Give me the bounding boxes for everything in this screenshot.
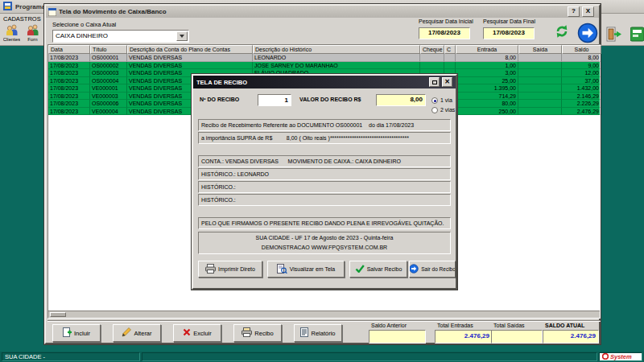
table-cell: 80,00 — [456, 100, 518, 108]
column-header[interactable]: Título — [90, 45, 127, 54]
help-button[interactable]: ? — [568, 6, 580, 17]
total-saidas-field — [491, 330, 543, 343]
divider — [47, 320, 601, 322]
table-cell: VE000003 — [90, 93, 127, 101]
button-label: Relatório — [311, 330, 335, 337]
saldo-atual-field: 2.476,29 — [543, 330, 599, 343]
column-header[interactable]: Descrição da Conta do Plano de Contas — [127, 45, 253, 54]
delete-x-icon — [183, 328, 191, 338]
numero-recibo-label: Nº DO RECIBO — [200, 97, 239, 102]
toolbar-fornecedores-button[interactable]: Forn — [23, 24, 43, 46]
table-cell: 12,00 — [562, 69, 601, 77]
total-entradas-label: Total Entradas — [437, 323, 473, 328]
button-label: Visualizar em Tela — [290, 266, 336, 272]
horizontal-scrollbar[interactable] — [48, 311, 600, 318]
column-header[interactable]: Entrada — [456, 45, 518, 54]
table-cell: 17/08/2023 — [48, 77, 90, 85]
date-end-field[interactable]: 17/08/2023 — [483, 27, 535, 39]
column-header[interactable]: Descrição do Histórico — [253, 45, 420, 54]
date-start-label: Pesquisar Data Inicial — [419, 19, 473, 24]
chevron-down-icon[interactable] — [176, 31, 188, 41]
table-cell: VENDAS DIVERSAS — [127, 62, 253, 70]
column-header[interactable]: Saldo — [562, 45, 601, 54]
relatorio-button[interactable]: Relatório — [294, 324, 342, 342]
visualizar-tela-button[interactable]: Visualizar em Tela — [267, 261, 345, 278]
button-label: Sair do Recibo — [421, 266, 456, 272]
recibo-documento-line: Recibo de Recebimento Referente ao DOCUM… — [198, 119, 451, 131]
recibo-historico-line-1: HISTÓRICO.: LEONARDO — [198, 168, 451, 180]
column-header[interactable]: C — [444, 45, 456, 54]
recibo-dialog: TELA DE RECIBO ✕ Nº DO RECIBO 1 VALOR DO… — [192, 74, 457, 290]
table-row[interactable]: 17/08/2023OS000001VENDAS DIVERSASLEONARD… — [48, 54, 600, 62]
dialog-close-button[interactable]: ✕ — [442, 77, 452, 87]
table-cell — [420, 54, 444, 62]
table-cell: 17/08/2023 — [48, 54, 90, 62]
sair-recibo-button[interactable]: Sair do Recibo — [409, 261, 456, 278]
toolbar-clientes-button[interactable]: Clientes — [2, 24, 22, 46]
imprimir-direto-button[interactable]: Imprimir Direto — [198, 261, 262, 278]
table-cell — [518, 77, 562, 85]
table-cell — [518, 62, 562, 70]
table-cell: VE000001 — [90, 84, 127, 93]
column-header[interactable]: Data — [48, 45, 90, 54]
dialog-titlebar[interactable]: TELA DE RECIBO ✕ — [193, 76, 456, 88]
refresh-button[interactable] — [552, 23, 572, 43]
salvar-recibo-button[interactable]: Salvar Recibo — [349, 261, 407, 278]
date-start-field[interactable]: 17/08/2023 — [419, 27, 470, 39]
table-cell: OS000006 — [90, 100, 127, 108]
app-title: Programa — [15, 3, 45, 10]
button-label: Imprimir Direto — [218, 266, 255, 272]
table-cell: 2.476,29 — [562, 108, 601, 116]
table-cell: 17/08/2023 — [48, 62, 90, 70]
search-go-button[interactable] — [577, 23, 598, 43]
alterar-button[interactable]: Alterar — [113, 324, 161, 342]
report-icon — [300, 327, 308, 339]
dialog-title: TELA DE RECIBO — [196, 79, 427, 86]
column-header[interactable]: Cheque — [420, 45, 444, 54]
window-titlebar[interactable]: Tela do Movimento de Caixa/Banco — [46, 6, 599, 18]
scrollbar-thumb[interactable] — [50, 312, 66, 317]
restore-icon[interactable] — [429, 77, 440, 87]
fpqsystem-logo: System — [599, 352, 642, 361]
exit-door-icon — [605, 31, 622, 45]
statusbar: SUA CIDADE - System — [0, 352, 644, 362]
table-cell — [518, 108, 562, 116]
table-cell — [420, 62, 444, 70]
receipt-printer-icon — [242, 327, 252, 339]
close-button[interactable]: X — [582, 6, 594, 17]
table-cell: 3,00 — [456, 69, 518, 77]
valor-recibo-input[interactable]: 8,00 — [376, 94, 426, 106]
column-header[interactable]: Saída — [518, 45, 562, 54]
recibo-conta-line: CONTA.: VENDAS DIVERSAS MOVIMENTO DE CAI… — [198, 155, 451, 167]
recibo-button[interactable]: Recibo — [233, 324, 282, 342]
numero-recibo-input[interactable]: 1 — [258, 94, 291, 106]
table-cell: 1,00 — [456, 62, 518, 70]
toolbar-icon — [630, 31, 644, 45]
clients-icon — [6, 24, 19, 37]
suppliers-icon — [27, 24, 39, 37]
table-cell: 1.395,00 — [456, 84, 518, 93]
recibo-demo-line: DEMONSTRACAO WWW.FPQSYSTEM.COM.BR — [199, 243, 450, 253]
excluir-button[interactable]: Excluir — [173, 324, 221, 342]
radio-icon[interactable] — [431, 107, 438, 113]
vias-radio-2[interactable]: 2 vias — [431, 102, 455, 117]
refresh-icon — [554, 23, 570, 43]
valor-recibo-label: VALOR DO RECIBO R$ — [299, 97, 361, 102]
saldo-anterior-field — [369, 330, 426, 343]
table-row[interactable]: 17/08/2023OS000002VENDAS DIVERSASJOSE SA… — [48, 62, 600, 70]
statusbar-spacer — [142, 352, 597, 361]
toolbar-exit-button[interactable] — [605, 26, 622, 46]
table-cell: 17/08/2023 — [48, 84, 90, 93]
table-cell: 2.226,29 — [562, 100, 601, 108]
recibo-cidade-line: SUA CIDADE - UF 17 de Agosto de 2023 - Q… — [199, 232, 450, 243]
table-cell: 714,29 — [456, 93, 518, 101]
radio-label: 2 vias — [440, 107, 455, 113]
table-cell — [518, 69, 562, 77]
saldo-atual-label: SALDO ATUAL — [545, 323, 584, 328]
menu-cadastros[interactable]: CADASTROS — [3, 15, 41, 23]
toolbar-icon-button[interactable] — [630, 26, 644, 46]
caixa-combobox[interactable]: CAIXA DINHEIRO — [52, 30, 189, 43]
table-cell: OS000001 — [90, 54, 127, 62]
incluir-button[interactable]: Incluir — [52, 324, 101, 342]
logo-text: System — [610, 354, 632, 360]
